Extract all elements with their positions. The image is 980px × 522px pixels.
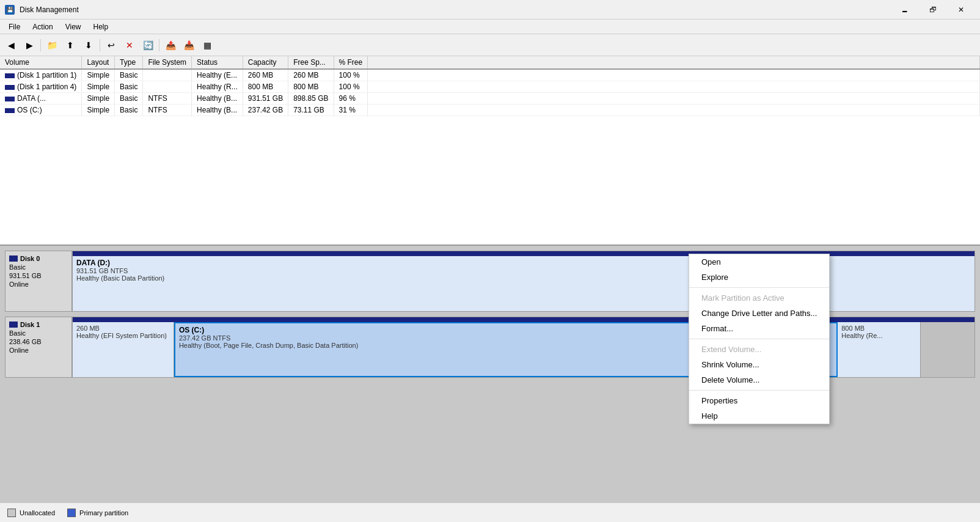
- disk-1-type: Basic: [9, 329, 68, 337]
- volume-icon: [5, 73, 15, 78]
- cell-percent: 100 %: [334, 81, 368, 93]
- col-filesystem[interactable]: File System: [143, 56, 192, 69]
- cell-extra: [368, 69, 980, 81]
- context-menu-item-7[interactable]: Delete Volume...: [689, 372, 829, 388]
- toolbar: ◀ ▶ 📁 ⬆ ⬇ ↩ ✕ 🔄 📤 📥 ▦: [0, 34, 980, 56]
- disk-0-bar: [73, 251, 975, 256]
- toolbar-up[interactable]: ⬆: [62, 37, 79, 54]
- disk-1-icon: [9, 322, 18, 328]
- menu-help[interactable]: Help: [87, 21, 115, 32]
- menu-view[interactable]: View: [59, 21, 87, 32]
- toolbar-import[interactable]: 📤: [162, 37, 179, 54]
- toolbar-forward[interactable]: ▶: [21, 37, 38, 54]
- cell-type: Basic: [115, 81, 143, 93]
- table-row[interactable]: DATA (... Simple Basic NTFS Healthy (B..…: [0, 93, 980, 105]
- maximize-button[interactable]: 🗗: [919, 0, 947, 20]
- disk-1-content: 260 MB Healthy (EFI System Partition) OS…: [73, 322, 975, 377]
- menu-action[interactable]: Action: [26, 21, 59, 32]
- cell-capacity: 931.51 GB: [243, 93, 288, 105]
- menu-file[interactable]: File: [2, 21, 26, 32]
- close-button[interactable]: ✕: [947, 0, 975, 20]
- cell-extra: [368, 81, 980, 93]
- volume-icon: [5, 108, 15, 113]
- legend-primary-label: Primary partition: [79, 509, 128, 516]
- disk-0-partition-0[interactable]: DATA (D:) 931.51 GB NTFS Healthy (Basic …: [73, 256, 975, 311]
- context-menu: OpenExploreMark Partition as ActiveChang…: [689, 254, 830, 424]
- table-row[interactable]: OS (C:) Simple Basic NTFS Healthy (B... …: [0, 105, 980, 116]
- cell-percent: 96 %: [334, 93, 368, 105]
- toolbar-undo[interactable]: ↩: [103, 37, 120, 54]
- col-status[interactable]: Status: [192, 56, 243, 69]
- cell-filesystem: [143, 69, 192, 81]
- toolbar-sep-3: [159, 39, 159, 51]
- col-extra: [368, 56, 980, 69]
- toolbar-back[interactable]: ◀: [2, 37, 20, 54]
- disk-0-status: Online: [9, 281, 68, 288]
- cell-status: Healthy (R...: [192, 81, 243, 93]
- disk-0-icon: [9, 255, 18, 262]
- toolbar-down[interactable]: ⬇: [80, 37, 97, 54]
- table-row[interactable]: (Disk 1 partition 4) Simple Basic Health…: [0, 81, 980, 93]
- col-free[interactable]: Free Sp...: [288, 56, 334, 69]
- cell-layout: Simple: [82, 93, 115, 105]
- context-menu-item-0[interactable]: Open: [689, 254, 829, 270]
- cell-extra: [368, 93, 980, 105]
- toolbar-refresh[interactable]: 🔄: [139, 37, 156, 54]
- disk-1-partition-3: [921, 322, 975, 377]
- legend-unallocated-box: [7, 509, 16, 517]
- disk-0-size: 931.51 GB: [9, 272, 68, 279]
- disk-1-partition-0[interactable]: 260 MB Healthy (EFI System Partition): [73, 322, 174, 377]
- disk-0-label: Disk 0 Basic 931.51 GB Online: [5, 251, 72, 312]
- disk-1-p2-status: Healthy (Re...: [841, 332, 916, 339]
- table-row[interactable]: (Disk 1 partition 1) Simple Basic Health…: [0, 69, 980, 81]
- legend-unallocated-label: Unallocated: [20, 509, 55, 516]
- context-menu-item-2: Mark Partition as Active: [689, 290, 829, 306]
- cell-type: Basic: [115, 105, 143, 116]
- table-header-row: Volume Layout Type File System Status Ca…: [0, 56, 980, 69]
- disk-0-name: Disk 0: [20, 255, 40, 262]
- status-bar: Unallocated Primary partition: [0, 502, 980, 522]
- main-content: Volume Layout Type File System Status Ca…: [0, 56, 980, 502]
- cell-volume: OS (C:): [0, 105, 82, 116]
- context-menu-item-4[interactable]: Format...: [689, 321, 829, 336]
- disk-0-p0-name: DATA (D:): [76, 259, 971, 267]
- cell-status: Healthy (B...: [192, 93, 243, 105]
- minimize-button[interactable]: 🗕: [891, 0, 919, 20]
- cell-volume: (Disk 1 partition 4): [0, 81, 82, 93]
- legend-unallocated: Unallocated: [7, 509, 55, 517]
- col-volume[interactable]: Volume: [0, 56, 82, 69]
- context-menu-item-6[interactable]: Shrink Volume...: [689, 357, 829, 372]
- cell-free: 898.85 GB: [288, 93, 334, 105]
- context-menu-item-8[interactable]: Properties: [689, 393, 829, 408]
- cell-free: 260 MB: [288, 69, 334, 81]
- context-menu-item-9[interactable]: Help: [689, 408, 829, 424]
- toolbar-grid[interactable]: ▦: [199, 37, 216, 54]
- title-bar-controls: 🗕 🗗 ✕: [891, 0, 975, 20]
- cell-type: Basic: [115, 69, 143, 81]
- context-menu-item-1[interactable]: Explore: [689, 270, 829, 285]
- col-capacity[interactable]: Capacity: [243, 56, 288, 69]
- app-icon: 💾: [5, 5, 15, 15]
- cell-type: Basic: [115, 93, 143, 105]
- title-bar: 💾 Disk Management 🗕 🗗 ✕: [0, 0, 980, 20]
- cell-layout: Simple: [82, 81, 115, 93]
- toolbar-folder[interactable]: 📁: [43, 37, 60, 54]
- volume-icon: [5, 97, 15, 101]
- toolbar-cancel[interactable]: ✕: [121, 37, 138, 54]
- disk-1-partition-2[interactable]: 800 MB Healthy (Re...: [838, 322, 920, 377]
- disk-table: Volume Layout Type File System Status Ca…: [0, 56, 980, 116]
- disk-1-p0-status: Healthy (EFI System Partition): [76, 332, 170, 339]
- disk-1-p0-size: 260 MB: [76, 325, 170, 332]
- context-menu-sep-7: [689, 390, 829, 391]
- col-layout[interactable]: Layout: [82, 56, 115, 69]
- disk-1-p2-size: 800 MB: [841, 325, 916, 332]
- cell-percent: 100 %: [334, 69, 368, 81]
- cell-layout: Simple: [82, 69, 115, 81]
- disk-1-partitions: 260 MB Healthy (EFI System Partition) OS…: [72, 317, 975, 378]
- toolbar-export[interactable]: 📥: [180, 37, 197, 54]
- context-menu-item-3[interactable]: Change Drive Letter and Paths...: [689, 306, 829, 321]
- disk-1-bar: [73, 317, 975, 322]
- cell-layout: Simple: [82, 105, 115, 116]
- col-percent[interactable]: % Free: [334, 56, 368, 69]
- col-type[interactable]: Type: [115, 56, 143, 69]
